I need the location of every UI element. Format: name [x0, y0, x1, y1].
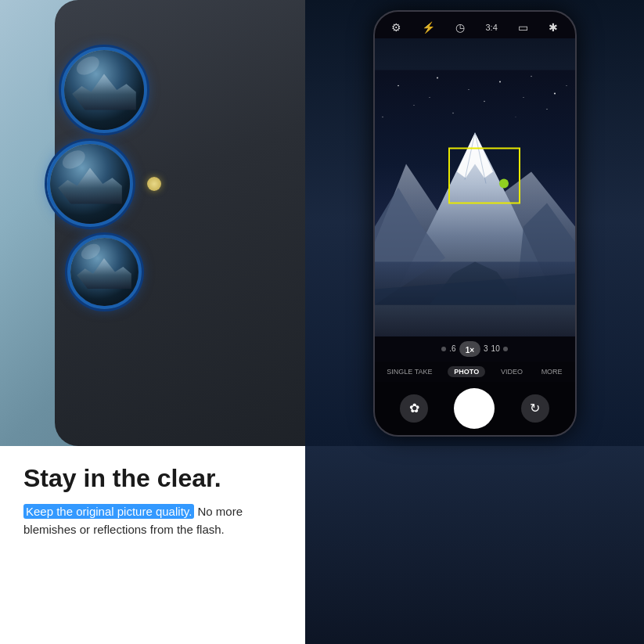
viewfinder-scene [375, 38, 575, 336]
svg-point-8 [484, 100, 485, 102]
zoom-option-06[interactable]: .6 [449, 344, 455, 353]
tab-photo[interactable]: PHOTO [448, 366, 485, 377]
lens-reflection-3 [77, 255, 131, 290]
effects-icon[interactable]: ✱ [549, 21, 558, 34]
body-text: Keep the original picture quality. No mo… [23, 503, 282, 538]
tab-more[interactable]: MORE [538, 366, 566, 377]
camera-lens-3 [67, 235, 142, 309]
svg-point-3 [468, 88, 469, 89]
settings-icon[interactable]: ⚙ [391, 21, 401, 34]
lens-reflection-2 [58, 164, 122, 204]
svg-point-12 [429, 96, 430, 97]
lens-inner-3 [70, 238, 139, 306]
svg-point-14 [452, 112, 453, 113]
mode-tabs: SINGLE TAKE PHOTO VIDEO MORE [375, 362, 575, 382]
camera-lens-2 [47, 141, 133, 227]
svg-point-15 [566, 85, 567, 86]
lens-inner-2 [50, 144, 130, 224]
shutter-button[interactable] [454, 388, 495, 429]
bottom-left: Stay in the clear. Keep the original pic… [0, 446, 305, 644]
phone-frame: ⚙ ⚡ ◷ 3:4 ▭ ✱ [373, 10, 577, 437]
svg-point-11 [523, 97, 523, 98]
camera-module [47, 47, 161, 309]
svg-point-10 [382, 116, 383, 117]
zoom-bar: .6 1× 3 10 [375, 336, 575, 362]
shutter-bar: ✿ ↻ [375, 382, 575, 435]
top-section: ⚙ ⚡ ◷ 3:4 ▭ ✱ [0, 0, 644, 446]
svg-point-9 [546, 108, 547, 109]
headline: Stay in the clear. [23, 465, 282, 492]
zoom-option-1x[interactable]: 1× [466, 346, 474, 354]
bottom-section: Stay in the clear. Keep the original pic… [0, 446, 644, 644]
svg-point-2 [437, 77, 438, 78]
svg-point-4 [499, 81, 501, 82]
zoom-option-10[interactable]: 10 [491, 344, 500, 353]
phone-screen: ⚙ ⚡ ◷ 3:4 ▭ ✱ [375, 12, 575, 435]
flash-led [147, 177, 161, 191]
zoom-dot [441, 347, 446, 351]
camera-lens-1 [61, 47, 147, 133]
left-panel [0, 0, 305, 446]
highlight-text: Keep the original picture quality. [23, 504, 194, 519]
zoom-option-3[interactable]: 3 [484, 344, 488, 353]
lens-reflection-1 [72, 70, 136, 110]
svg-point-1 [398, 85, 399, 86]
svg-point-26 [499, 178, 509, 188]
svg-point-7 [413, 105, 414, 106]
timer-icon[interactable]: ◷ [455, 21, 465, 34]
filter-button[interactable]: ✿ [400, 394, 428, 423]
zoom-dot-right [503, 347, 508, 351]
lens-inner-1 [64, 50, 144, 130]
bottom-right [305, 446, 644, 644]
main-container: ⚙ ⚡ ◷ 3:4 ▭ ✱ [0, 0, 644, 644]
camera-top-bar: ⚙ ⚡ ◷ 3:4 ▭ ✱ [375, 12, 575, 38]
flip-camera-button[interactable]: ↻ [521, 394, 549, 423]
right-panel: ⚙ ⚡ ◷ 3:4 ▭ ✱ [305, 0, 644, 446]
tab-single-take[interactable]: SINGLE TAKE [383, 366, 435, 377]
zoom-active[interactable]: 1× [459, 341, 480, 357]
svg-point-13 [515, 117, 516, 117]
flash-icon[interactable]: ⚡ [422, 21, 435, 34]
frame-icon[interactable]: ▭ [518, 21, 528, 34]
camera-viewfinder [375, 38, 575, 336]
tab-video[interactable]: VIDEO [498, 366, 526, 377]
svg-point-6 [553, 92, 555, 94]
ratio-icon[interactable]: 3:4 [485, 23, 497, 32]
svg-point-5 [531, 75, 531, 76]
